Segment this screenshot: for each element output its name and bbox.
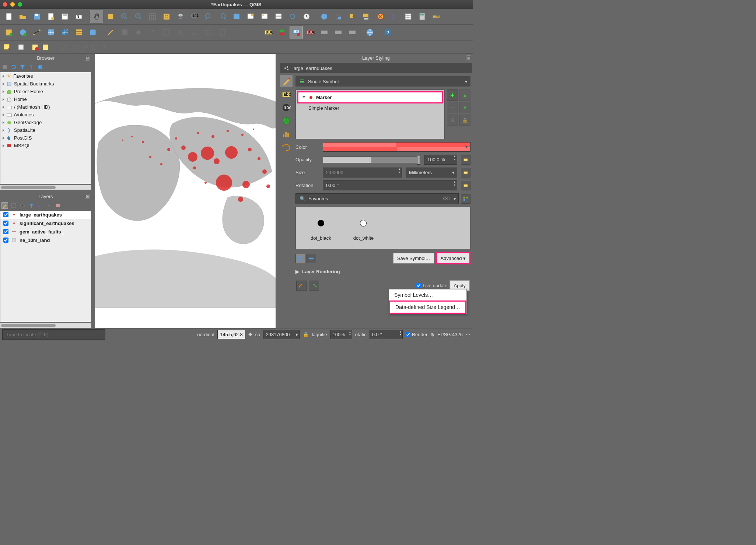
toggle-extents-icon[interactable]: ✥ [248,332,252,337]
layer-checkbox[interactable] [3,238,8,243]
vertex-tool-icon[interactable] [146,26,159,39]
identify-icon[interactable]: i [318,10,331,23]
cut-icon[interactable] [188,26,201,39]
scale-combo[interactable]: 298176800 [263,330,300,339]
pin-label-icon[interactable]: abc [304,26,317,39]
zoom-native-icon[interactable]: 1:1 [188,10,201,23]
add-delimited-icon[interactable] [72,26,85,39]
select-tool-icon[interactable] [346,10,359,23]
zoom-selection-icon[interactable] [160,10,173,23]
dig2-icon[interactable] [69,42,79,52]
new-print-layout-icon[interactable] [44,10,57,23]
zoom-next-icon[interactable] [216,10,229,23]
paste-icon[interactable] [216,26,229,39]
undo-icon[interactable] [230,26,243,39]
refresh-icon[interactable] [286,10,299,23]
add-feature-icon[interactable] [132,26,145,39]
add-mesh-icon[interactable] [58,26,71,39]
rotation-spin[interactable]: 0.00 ° [323,180,457,190]
move-up-button[interactable]: ▲ [459,89,470,101]
field-calc-icon[interactable] [416,10,429,23]
size-unit-combo[interactable]: Millimeters [406,168,457,177]
messages-icon[interactable]: ⋯ [466,332,470,337]
help-icon[interactable]: ? [381,26,394,39]
new-map-view-icon[interactable] [230,10,243,23]
add-postgis-icon[interactable] [86,26,99,39]
layer-rendering-toggle[interactable]: ▶ Layer Rendering [295,267,470,276]
window-close-btn[interactable] [3,2,7,7]
layers-remove-icon[interactable] [55,202,61,209]
deselect-icon[interactable] [374,10,387,23]
zoom-in-icon[interactable] [118,10,131,23]
layer-checkbox[interactable] [3,229,8,234]
layer-styling-close-icon[interactable]: ⊠ [466,55,471,60]
lock-button[interactable]: 🔒 [459,115,470,126]
temporal-controller-icon[interactable] [272,10,285,23]
symbol-style-manager-icon[interactable] [461,194,470,204]
dig3-icon[interactable] [80,42,89,52]
virtual-layer-icon[interactable] [16,42,26,52]
map-canvas[interactable] [95,54,276,328]
dig5-icon[interactable] [100,42,110,52]
data-source-manager-icon[interactable] [2,26,15,39]
layer-checkbox[interactable] [3,212,8,217]
open-project-icon[interactable] [16,10,29,23]
toggle-layer-icon[interactable] [30,42,40,52]
3d-tab-icon[interactable] [280,115,293,127]
edit-pencil-icon[interactable] [104,26,117,39]
select-rect-icon[interactable] [2,42,12,52]
duplicate-button[interactable]: ⧉ [447,115,458,126]
toggle-layer2-icon[interactable] [41,42,50,52]
symbol-favorites-search[interactable]: 🔍 Favorites ⌫ [295,193,459,204]
move-label-icon[interactable] [332,26,345,39]
action-icon[interactable] [332,10,345,23]
history-tab-icon[interactable] [280,141,293,154]
style-manager-icon[interactable]: a [72,10,85,23]
browser-hscroll[interactable] [0,185,91,190]
layers-style-icon[interactable] [1,202,8,209]
layer-checkbox[interactable] [3,221,8,226]
masks-tab-icon[interactable]: abc [280,101,293,114]
new-geopackage-icon[interactable] [16,26,29,39]
redo-style-icon[interactable] [309,281,319,291]
labels-tab-icon[interactable]: abc [280,88,293,101]
clock-icon[interactable] [300,10,313,23]
rotate-label-icon[interactable] [346,26,359,39]
grid-view-icon[interactable] [295,254,305,263]
zoom-full-icon[interactable] [146,10,159,23]
live-update-checkbox[interactable]: Live update [416,283,447,288]
pan-icon[interactable] [90,10,103,23]
label-abc-icon[interactable]: abc [262,26,275,39]
coord-field[interactable]: 145.5,62.8 [217,330,245,339]
add-raster-icon[interactable] [44,26,57,39]
copy-icon[interactable] [202,26,215,39]
save-project-icon[interactable] [30,10,43,23]
lock-scale-icon[interactable]: 🔒 [303,332,309,337]
layers-hscroll[interactable] [0,323,91,328]
browser-add-icon[interactable] [1,64,8,70]
form-select-icon[interactable] [360,10,373,23]
magnifier-spin[interactable]: 100% [330,330,352,339]
symbol-tree-marker[interactable]: Marker [297,91,443,103]
browser-collapse-icon[interactable] [28,64,35,70]
browser-refresh-icon[interactable] [10,64,17,70]
add-vector-icon[interactable] [30,26,43,39]
diagram-icon[interactable] [276,26,289,39]
zoom-layer-icon[interactable] [174,10,187,23]
favorite-symbol-item[interactable]: dot_white [353,215,374,242]
redo-icon[interactable] [244,26,257,39]
renderer-combo[interactable]: Single Symbol [295,76,470,87]
list-view-icon[interactable] [307,254,316,263]
symbol-levels-menuitem[interactable]: Symbol Levels… [389,289,466,300]
show-labels-icon[interactable] [318,26,331,39]
delete-selected-icon[interactable] [174,26,187,39]
remove-symbol-layer-button[interactable]: － [447,102,458,113]
layers-visibility-icon[interactable] [19,202,26,209]
layers-filter-icon[interactable] [28,202,35,209]
sigma-icon[interactable]: Σ [388,10,401,23]
dig4-icon[interactable] [90,42,99,52]
crs-button[interactable]: EPSG:4326 [437,332,463,337]
rotation-dd-icon[interactable] [461,181,470,190]
layout-manager-icon[interactable] [58,10,71,23]
layers-expand-icon[interactable] [46,202,52,209]
